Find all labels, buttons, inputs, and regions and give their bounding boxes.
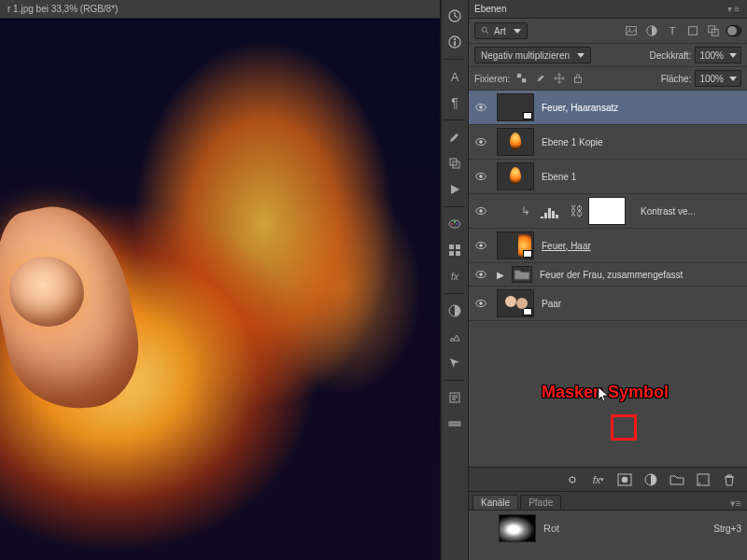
svg-point-9	[457, 223, 458, 225]
character-icon[interactable]: A	[441, 64, 469, 89]
visibility-icon[interactable]	[472, 99, 489, 116]
filter-shape-icon[interactable]	[685, 23, 700, 38]
lock-label: Fixieren:	[474, 74, 510, 84]
lock-pixels-icon[interactable]	[534, 72, 547, 85]
lock-all-icon[interactable]	[571, 72, 585, 85]
filter-pixel-icon[interactable]	[624, 23, 639, 38]
layer-name[interactable]: Feuer, Haar	[542, 241, 591, 251]
layer-filter-select[interactable]: Art	[474, 22, 528, 39]
viewport[interactable]	[0, 19, 440, 560]
svg-point-34	[479, 209, 483, 213]
properties-icon[interactable]	[441, 385, 469, 410]
svg-rect-26	[575, 77, 582, 82]
visibility-icon[interactable]	[472, 133, 489, 150]
link-layers-icon[interactable]	[564, 471, 581, 488]
mask-thumbnail[interactable]	[588, 197, 626, 225]
layer-thumbnail[interactable]	[497, 128, 534, 156]
layers-panel-header[interactable]: Ebenen ▾≡	[469, 0, 747, 19]
search-icon	[481, 26, 490, 35]
clone-source-icon[interactable]	[441, 151, 469, 175]
group-disclosure-icon[interactable]: ▶	[497, 270, 504, 280]
svg-rect-25	[522, 78, 526, 82]
opacity-input[interactable]: 100%	[695, 47, 741, 63]
layer-row[interactable]: Ebene 1	[469, 160, 747, 194]
clip-indicator-icon: ↳	[521, 204, 530, 217]
group-thumbnail[interactable]	[512, 266, 532, 283]
fill-value: 100%	[699, 74, 724, 84]
delete-layer-icon[interactable]	[721, 471, 738, 488]
adjustments-icon[interactable]	[441, 299, 469, 323]
panel-menu-icon[interactable]: ▾≡	[727, 4, 741, 14]
history-icon[interactable]	[441, 4, 469, 28]
styles-icon[interactable]: fx	[441, 264, 469, 288]
lock-fill-row: Fixieren: Fläche: 100%	[469, 67, 747, 91]
layer-row[interactable]: Paar	[469, 287, 747, 321]
svg-point-32	[479, 175, 483, 178]
visibility-icon[interactable]	[472, 266, 489, 283]
filter-adjustment-icon[interactable]	[644, 23, 659, 38]
play-icon[interactable]	[441, 177, 469, 202]
new-group-icon[interactable]	[669, 471, 685, 488]
tab-channels[interactable]: Kanäle	[472, 495, 518, 510]
layer-row[interactable]: Feuer, Haar	[469, 229, 747, 263]
layer-row[interactable]: ▶ Feuer der Frau, zusammengefasst	[469, 263, 747, 287]
svg-point-17	[482, 27, 486, 32]
layer-name[interactable]: Feuer der Frau, zusammengefasst	[540, 270, 683, 280]
blend-opacity-row: Negativ multiplizieren Deckkraft: 100%	[469, 44, 747, 67]
navigator-icon[interactable]	[441, 351, 469, 375]
app-root: r 1.jpg bei 33,3% (RGB/8*) A ¶ fx	[0, 0, 747, 560]
fill-input[interactable]: 100%	[695, 70, 741, 87]
layer-name[interactable]: Feuer, Haaransatz	[542, 103, 618, 113]
tab-paths[interactable]: Pfade	[520, 495, 561, 510]
layer-row[interactable]: ↳ ⛓ Kontrast ve...	[469, 194, 747, 229]
visibility-icon[interactable]	[472, 237, 489, 254]
swatches-icon[interactable]	[441, 212, 469, 236]
layer-name[interactable]: Ebene 1	[542, 172, 576, 182]
lock-position-icon[interactable]	[553, 72, 566, 85]
color-icon[interactable]	[441, 238, 469, 262]
blend-mode-select[interactable]: Negativ multiplizieren	[474, 47, 591, 63]
channel-thumbnail[interactable]	[499, 514, 536, 542]
mask-link-icon[interactable]: ⛓	[570, 203, 581, 218]
svg-rect-21	[689, 27, 698, 35]
svg-rect-36	[544, 213, 547, 218]
opacity-label: Deckkraft:	[649, 50, 691, 61]
filter-smart-icon[interactable]	[706, 23, 721, 38]
channels-panel: Kanäle Pfade ▾≡ Rot Strg+3	[469, 491, 747, 560]
new-adjustment-icon[interactable]	[642, 471, 659, 488]
layer-name[interactable]: Kontrast ve...	[641, 206, 696, 217]
layer-list: Feuer, Haaransatz Ebene 1 Kopie Ebene 1 …	[469, 91, 747, 467]
info-icon[interactable]	[441, 30, 469, 54]
layer-name[interactable]: Paar	[542, 299, 561, 309]
brush-icon[interactable]	[441, 125, 469, 149]
panels-column: Ebenen ▾≡ Art T Negat	[469, 0, 747, 560]
layer-thumbnail[interactable]	[497, 162, 534, 190]
new-layer-icon[interactable]	[695, 471, 712, 488]
layer-effects-icon[interactable]: fx▾	[590, 471, 607, 488]
filter-toggle[interactable]	[726, 23, 741, 38]
channel-row[interactable]: Rot Strg+3	[469, 511, 747, 546]
visibility-icon[interactable]	[472, 295, 489, 312]
paragraph-icon[interactable]: ¶	[441, 91, 469, 115]
layers-action-bar: fx▾	[469, 467, 747, 491]
svg-point-30	[479, 140, 483, 144]
svg-point-47	[622, 476, 628, 483]
layer-thumbnail[interactable]	[497, 93, 534, 121]
visibility-icon[interactable]	[472, 203, 489, 219]
layer-name[interactable]: Ebene 1 Kopie	[542, 137, 603, 147]
document-tab[interactable]: r 1.jpg bei 33,3% (RGB/8*)	[0, 0, 440, 19]
visibility-icon[interactable]	[472, 168, 489, 185]
panel-menu-icon[interactable]: ▾≡	[725, 497, 747, 510]
presets-icon[interactable]	[441, 325, 469, 349]
layer-thumbnail[interactable]	[497, 231, 534, 259]
layer-row[interactable]: Ebene 1 Kopie	[469, 125, 747, 160]
svg-point-41	[479, 244, 483, 247]
svg-rect-11	[456, 245, 460, 249]
opacity-field: Deckkraft: 100%	[649, 47, 741, 63]
filter-type-icon[interactable]: T	[665, 23, 680, 38]
layer-row[interactable]: Feuer, Haaransatz	[469, 91, 747, 125]
layer-thumbnail[interactable]	[497, 289, 534, 317]
lock-transparency-icon[interactable]	[515, 72, 529, 85]
measurement-icon[interactable]	[441, 412, 469, 436]
add-mask-icon[interactable]	[616, 471, 633, 488]
